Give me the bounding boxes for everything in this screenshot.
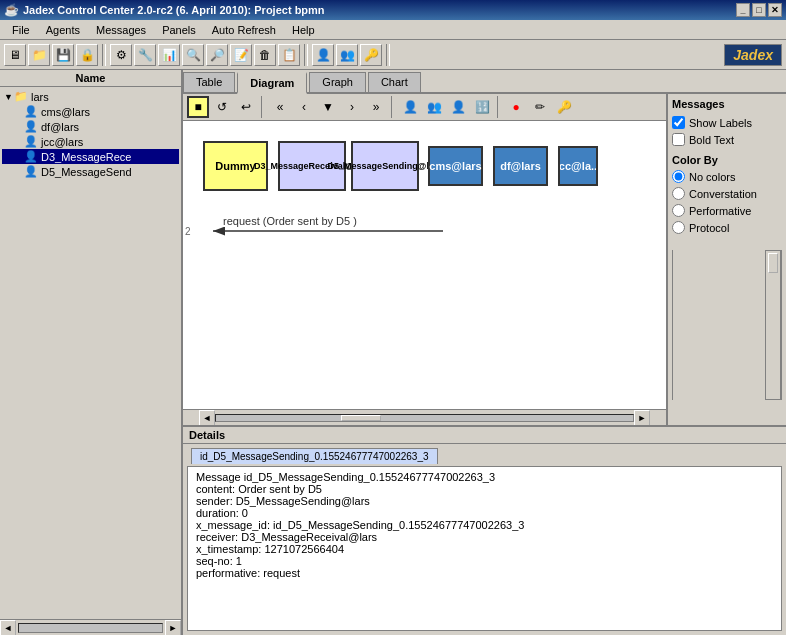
app-icon: ☕ bbox=[4, 3, 19, 17]
node-cms[interactable]: cms@lars bbox=[428, 146, 483, 186]
no-colors-label: No colors bbox=[689, 171, 735, 183]
diagram-area: ■ ↺ ↩ « ‹ ▼ › » 👤 👥 👤 🔢 ● ✏ bbox=[183, 94, 666, 425]
tab-diagram[interactable]: Diagram bbox=[237, 72, 307, 94]
menu-panels[interactable]: Panels bbox=[154, 22, 204, 38]
toolbar-separator-3 bbox=[386, 44, 390, 66]
diag-btn-prev[interactable]: ‹ bbox=[293, 96, 315, 118]
tree-item-jcc[interactable]: 👤 jcc@lars bbox=[2, 134, 179, 149]
diag-btn-select[interactable]: ■ bbox=[187, 96, 209, 118]
toolbar-btn-2[interactable]: 📁 bbox=[28, 44, 50, 66]
details-content: Message id_D5_MessageSending_0.155246777… bbox=[187, 466, 782, 631]
line-number: 2 bbox=[185, 226, 191, 237]
scroll-right-btn[interactable]: ► bbox=[165, 620, 181, 636]
folder-icon: 📁 bbox=[14, 90, 28, 103]
diag-btn-first[interactable]: « bbox=[269, 96, 291, 118]
toolbar-btn-13[interactable]: 👤 bbox=[312, 44, 334, 66]
tree-label-df: df@lars bbox=[41, 121, 79, 133]
hscroll-thumb[interactable] bbox=[341, 415, 381, 421]
minimize-button[interactable]: _ bbox=[736, 3, 750, 17]
hscroll-track[interactable] bbox=[215, 414, 634, 422]
details-tab-area: id_D5_MessageSending_0.15524677747002263… bbox=[183, 444, 786, 466]
toolbar-btn-9[interactable]: 🔎 bbox=[206, 44, 228, 66]
diag-btn-agent2[interactable]: 👥 bbox=[423, 96, 445, 118]
menu-agents[interactable]: Agents bbox=[38, 22, 88, 38]
details-header: Details bbox=[183, 427, 786, 444]
tree-item-lars[interactable]: ▼ 📁 lars bbox=[2, 89, 179, 104]
diag-sep-3 bbox=[497, 96, 501, 118]
radio-conversation[interactable] bbox=[672, 187, 685, 200]
tab-table[interactable]: Table bbox=[183, 72, 235, 92]
hscroll-right-btn[interactable]: ► bbox=[634, 410, 650, 426]
file-tree[interactable]: ▼ 📁 lars 👤 cms@lars 👤 df@lars 👤 jcc@lar bbox=[0, 87, 181, 619]
toolbar-btn-6[interactable]: 🔧 bbox=[134, 44, 156, 66]
node-df[interactable]: df@lars bbox=[493, 146, 548, 186]
agent-icon-cms: 👤 bbox=[24, 105, 38, 118]
tree-item-d5[interactable]: 👤 D5_MessageSend bbox=[2, 164, 179, 179]
node-d5[interactable]: D5_MessageSending@lars bbox=[351, 141, 419, 191]
vscroll-thumb-msg[interactable] bbox=[768, 253, 778, 273]
toolbar-btn-12[interactable]: 📋 bbox=[278, 44, 300, 66]
details-tab[interactable]: id_D5_MessageSending_0.15524677747002263… bbox=[191, 448, 438, 464]
detail-line-2: sender: D5_MessageSending@lars bbox=[196, 495, 773, 507]
color-protocol: Protocol bbox=[672, 221, 782, 234]
diag-btn-agent1[interactable]: 👤 bbox=[399, 96, 421, 118]
detail-line-8: performative: request bbox=[196, 567, 773, 579]
detail-line-0: Message id_D5_MessageSending_0.155246777… bbox=[196, 471, 773, 483]
diagram-canvas[interactable]: 2 Dummy D3_MessageReceival@lars D5_Messa… bbox=[183, 121, 666, 409]
tree-item-cms[interactable]: 👤 cms@lars bbox=[2, 104, 179, 119]
messages-panel: Messages Show Labels Bold Text Color By … bbox=[666, 94, 786, 425]
tree-item-d3[interactable]: 👤 D3_MessageRece bbox=[2, 149, 179, 164]
tree-label-lars: lars bbox=[31, 91, 49, 103]
toolbar-btn-15[interactable]: 🔑 bbox=[360, 44, 382, 66]
toolbar-btn-10[interactable]: 📝 bbox=[230, 44, 252, 66]
menu-messages[interactable]: Messages bbox=[88, 22, 154, 38]
scroll-track[interactable] bbox=[18, 623, 163, 633]
messages-title: Messages bbox=[672, 98, 782, 110]
diag-btn-down[interactable]: ▼ bbox=[317, 96, 339, 118]
menubar: File Agents Messages Panels Auto Refresh… bbox=[0, 20, 786, 40]
show-labels-checkbox[interactable] bbox=[672, 116, 685, 129]
diag-btn-red[interactable]: ● bbox=[505, 96, 527, 118]
diag-btn-key[interactable]: 🔑 bbox=[553, 96, 575, 118]
detail-line-7: seq-no: 1 bbox=[196, 555, 773, 567]
radio-no-colors[interactable] bbox=[672, 170, 685, 183]
tab-chart[interactable]: Chart bbox=[368, 72, 421, 92]
diag-sep-1 bbox=[261, 96, 265, 118]
toolbar-btn-8[interactable]: 🔍 bbox=[182, 44, 204, 66]
menu-autorefresh[interactable]: Auto Refresh bbox=[204, 22, 284, 38]
hscroll-left-btn[interactable]: ◄ bbox=[199, 410, 215, 426]
toolbar-btn-5[interactable]: ⚙ bbox=[110, 44, 132, 66]
toolbar-btn-7[interactable]: 📊 bbox=[158, 44, 180, 66]
menu-help[interactable]: Help bbox=[284, 22, 323, 38]
diagram-toolbar: ■ ↺ ↩ « ‹ ▼ › » 👤 👥 👤 🔢 ● ✏ bbox=[183, 94, 666, 121]
diag-btn-back[interactable]: ↩ bbox=[235, 96, 257, 118]
toolbar-btn-4[interactable]: 🔒 bbox=[76, 44, 98, 66]
diag-btn-last[interactable]: » bbox=[365, 96, 387, 118]
radio-protocol[interactable] bbox=[672, 221, 685, 234]
color-no-colors: No colors bbox=[672, 170, 782, 183]
close-button[interactable]: ✕ bbox=[768, 3, 782, 17]
scroll-left-btn[interactable]: ◄ bbox=[0, 620, 16, 636]
bottom-panel: Details id_D5_MessageSending_0.155246777… bbox=[183, 425, 786, 635]
diag-btn-next[interactable]: › bbox=[341, 96, 363, 118]
detail-line-4: x_message_id: id_D5_MessageSending_0.155… bbox=[196, 519, 773, 531]
toolbar-btn-11[interactable]: 🗑 bbox=[254, 44, 276, 66]
diagram-hscroll[interactable]: ◄ ► bbox=[183, 409, 666, 425]
maximize-button[interactable]: □ bbox=[752, 3, 766, 17]
node-jcc[interactable]: jcc@la... bbox=[558, 146, 598, 186]
expander-lars[interactable]: ▼ bbox=[4, 92, 14, 102]
diag-btn-refresh[interactable]: ↺ bbox=[211, 96, 233, 118]
toolbar-btn-14[interactable]: 👥 bbox=[336, 44, 358, 66]
vscroll-track-msg[interactable] bbox=[765, 250, 781, 400]
tree-item-df[interactable]: 👤 df@lars bbox=[2, 119, 179, 134]
toolbar-btn-3[interactable]: 💾 bbox=[52, 44, 74, 66]
radio-performative[interactable] bbox=[672, 204, 685, 217]
diag-btn-edit[interactable]: ✏ bbox=[529, 96, 551, 118]
diag-btn-agent3[interactable]: 👤 bbox=[447, 96, 469, 118]
bold-text-checkbox[interactable] bbox=[672, 133, 685, 146]
menu-file[interactable]: File bbox=[4, 22, 38, 38]
diag-btn-num[interactable]: 🔢 bbox=[471, 96, 493, 118]
tab-graph[interactable]: Graph bbox=[309, 72, 366, 92]
toolbar-btn-1[interactable]: 🖥 bbox=[4, 44, 26, 66]
tab-bar: Table Diagram Graph Chart bbox=[183, 70, 786, 94]
